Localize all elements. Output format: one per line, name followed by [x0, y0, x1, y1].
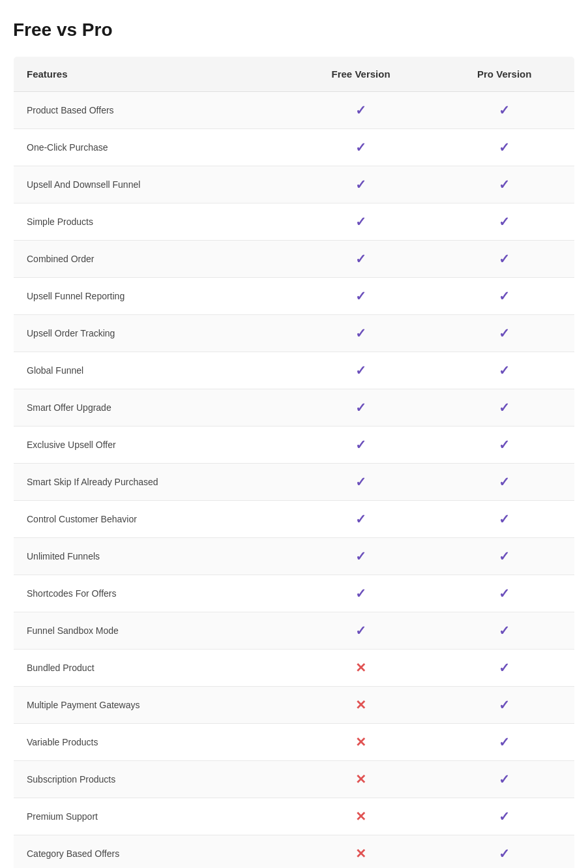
table-row: Premium Support✕✓	[14, 798, 575, 835]
header-pro: Pro Version	[434, 57, 574, 92]
feature-label: Premium Support	[14, 798, 287, 835]
check-icon: ✓	[499, 326, 510, 340]
cross-icon: ✕	[355, 661, 366, 675]
check-icon: ✓	[499, 549, 510, 563]
feature-label: Simple Products	[14, 203, 287, 241]
header-feature: Features	[14, 57, 287, 92]
table-row: Upsell And Downsell Funnel✓✓	[14, 166, 575, 203]
free-version-cell: ✓	[287, 575, 435, 612]
feature-label: Multiple Payment Gateways	[14, 687, 287, 724]
table-row: Smart Offer Upgrade✓✓	[14, 389, 575, 427]
check-icon: ✓	[499, 661, 510, 675]
pro-version-cell: ✓	[434, 315, 574, 352]
pro-version-cell: ✓	[434, 798, 574, 835]
page-title: Free vs Pro	[13, 20, 575, 40]
table-row: Control Customer Behavior✓✓	[14, 501, 575, 538]
free-version-cell: ✓	[287, 241, 435, 278]
check-icon: ✓	[355, 512, 366, 526]
feature-label: Smart Offer Upgrade	[14, 389, 287, 427]
cross-icon: ✕	[355, 772, 366, 786]
check-icon: ✓	[355, 177, 366, 192]
feature-label: Upsell Order Tracking	[14, 315, 287, 352]
table-row: Upsell Funnel Reporting✓✓	[14, 278, 575, 315]
pro-version-cell: ✓	[434, 92, 574, 129]
table-row: Combined Order✓✓	[14, 241, 575, 278]
check-icon: ✓	[499, 438, 510, 452]
table-row: Unlimited Funnels✓✓	[14, 538, 575, 575]
feature-label: Subscription Products	[14, 761, 287, 798]
free-version-cell: ✓	[287, 315, 435, 352]
check-icon: ✓	[355, 363, 366, 378]
check-icon: ✓	[499, 475, 510, 489]
table-row: Product Based Offers✓✓	[14, 92, 575, 129]
check-icon: ✓	[499, 215, 510, 229]
pro-version-cell: ✓	[434, 575, 574, 612]
check-icon: ✓	[499, 363, 510, 378]
check-icon: ✓	[499, 140, 510, 155]
check-icon: ✓	[355, 215, 366, 229]
check-icon: ✓	[355, 289, 366, 303]
pro-version-cell: ✓	[434, 241, 574, 278]
table-row: Simple Products✓✓	[14, 203, 575, 241]
check-icon: ✓	[355, 549, 366, 563]
pro-version-cell: ✓	[434, 835, 574, 869]
feature-label: Product Based Offers	[14, 92, 287, 129]
pro-version-cell: ✓	[434, 278, 574, 315]
table-row: Upsell Order Tracking✓✓	[14, 315, 575, 352]
free-version-cell: ✓	[287, 278, 435, 315]
pro-version-cell: ✓	[434, 612, 574, 650]
feature-label: Unlimited Funnels	[14, 538, 287, 575]
check-icon: ✓	[355, 252, 366, 266]
header-free: Free Version	[287, 57, 435, 92]
free-version-cell: ✓	[287, 203, 435, 241]
pro-version-cell: ✓	[434, 464, 574, 501]
check-icon: ✓	[499, 512, 510, 526]
pro-version-cell: ✓	[434, 687, 574, 724]
free-version-cell: ✓	[287, 166, 435, 203]
free-version-cell: ✕	[287, 724, 435, 761]
cross-icon: ✕	[355, 735, 366, 749]
cross-icon: ✕	[355, 846, 366, 861]
pro-version-cell: ✓	[434, 166, 574, 203]
feature-label: One-Click Purchase	[14, 129, 287, 166]
feature-label: Shortcodes For Offers	[14, 575, 287, 612]
check-icon: ✓	[499, 586, 510, 601]
check-icon: ✓	[499, 623, 510, 638]
table-row: Multiple Payment Gateways✕✓	[14, 687, 575, 724]
feature-label: Category Based Offers	[14, 835, 287, 869]
free-version-cell: ✕	[287, 761, 435, 798]
check-icon: ✓	[499, 698, 510, 712]
check-icon: ✓	[499, 735, 510, 749]
pro-version-cell: ✓	[434, 389, 574, 427]
check-icon: ✓	[355, 475, 366, 489]
comparison-table: Features Free Version Pro Version Produc…	[13, 56, 575, 868]
cross-icon: ✕	[355, 698, 366, 712]
pro-version-cell: ✓	[434, 538, 574, 575]
pro-version-cell: ✓	[434, 501, 574, 538]
free-version-cell: ✓	[287, 427, 435, 464]
check-icon: ✓	[355, 623, 366, 638]
cross-icon: ✕	[355, 809, 366, 824]
table-row: One-Click Purchase✓✓	[14, 129, 575, 166]
feature-label: Bundled Product	[14, 650, 287, 687]
pro-version-cell: ✓	[434, 427, 574, 464]
free-version-cell: ✓	[287, 352, 435, 389]
table-row: Exclusive Upsell Offer✓✓	[14, 427, 575, 464]
free-version-cell: ✕	[287, 687, 435, 724]
free-version-cell: ✕	[287, 798, 435, 835]
table-row: Bundled Product✕✓	[14, 650, 575, 687]
check-icon: ✓	[499, 103, 510, 117]
table-row: Funnel Sandbox Mode✓✓	[14, 612, 575, 650]
check-icon: ✓	[499, 177, 510, 192]
check-icon: ✓	[355, 103, 366, 117]
feature-label: Upsell And Downsell Funnel	[14, 166, 287, 203]
free-version-cell: ✓	[287, 92, 435, 129]
table-header-row: Features Free Version Pro Version	[14, 57, 575, 92]
pro-version-cell: ✓	[434, 129, 574, 166]
pro-version-cell: ✓	[434, 203, 574, 241]
pro-version-cell: ✓	[434, 650, 574, 687]
free-version-cell: ✓	[287, 538, 435, 575]
feature-label: Combined Order	[14, 241, 287, 278]
free-version-cell: ✕	[287, 835, 435, 869]
check-icon: ✓	[355, 438, 366, 452]
